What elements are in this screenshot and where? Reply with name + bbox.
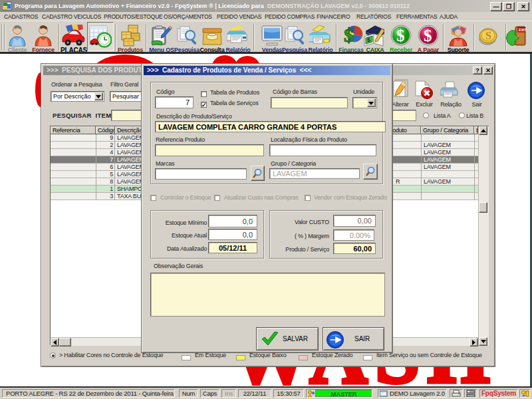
svg-text:$: $ — [424, 27, 432, 45]
svg-text:EXIT: EXIT — [519, 28, 527, 32]
svg-text:$: $ — [344, 25, 354, 46]
svg-text:$: $ — [396, 27, 405, 45]
svg-text:$: $ — [367, 37, 370, 43]
svg-text:S: S — [485, 30, 491, 41]
